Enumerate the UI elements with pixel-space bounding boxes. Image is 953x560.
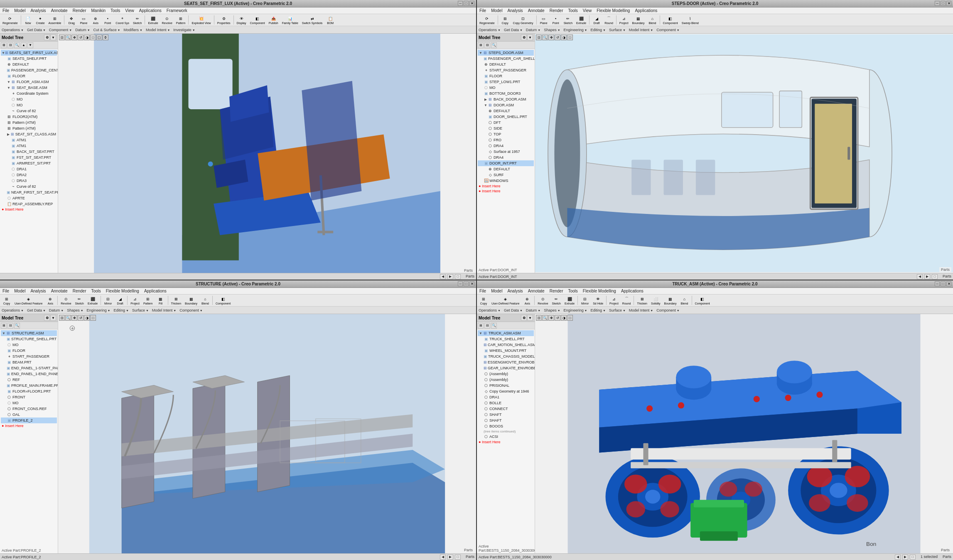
extrude-btn-q1[interactable]: ⬛ Extrude: [146, 15, 160, 25]
insert-here-q3[interactable]: ● Insert Here: [1, 423, 57, 428]
datum-menu-q2[interactable]: Datum: [526, 28, 540, 32]
tree-filter-icon-q1[interactable]: ▼: [50, 34, 56, 40]
tree-item-11-q4[interactable]: ⬡DRA1: [478, 394, 534, 400]
tree-content-q4[interactable]: ▼ ⊞TRUCK_ASM.ASM ▣TRUCK_SHELL.PRT ⊞CAR_M…: [477, 329, 535, 543]
draft-btn-q3[interactable]: ◢ Draft: [114, 295, 126, 306]
close-btn-q4[interactable]: ✕: [946, 281, 951, 286]
shapes-menu-q4[interactable]: Shapes: [544, 308, 560, 312]
menu-render-q1[interactable]: Render: [72, 8, 87, 13]
tree-item-11-q1[interactable]: ⊞FLOOR2(ATM): [1, 114, 57, 120]
model-intent-menu-q1[interactable]: Model Intent: [146, 28, 170, 32]
menu-flexible-q3[interactable]: Flexible Modelling: [105, 289, 140, 293]
menu-analysis-q3[interactable]: Analysis: [29, 289, 47, 293]
menu-applications-q1[interactable]: Applications: [138, 8, 162, 13]
menu-model-q2[interactable]: Model: [490, 8, 503, 13]
thicken-btn-q3[interactable]: ⊠ Thicken: [169, 295, 183, 306]
status-btn1-q1[interactable]: ◀: [440, 274, 446, 279]
round-btn-q4[interactable]: ⌒ Round: [621, 295, 633, 306]
tree-collapse-icon-q1[interactable]: ⊟: [7, 42, 13, 48]
round-btn-q2[interactable]: ⌒ Round: [603, 15, 615, 25]
tree-item-2-q2[interactable]: ⊕DEFAULT: [478, 61, 534, 67]
sketch-btn-q3[interactable]: ✏ Sketch: [74, 295, 86, 306]
revolve-btn-q4[interactable]: ⊙ Revolve: [536, 295, 550, 306]
tree-item-20-q1[interactable]: ⬡DRA1: [1, 166, 57, 172]
tree-item-7-q1[interactable]: ⌖Coordinate System: [1, 91, 57, 96]
sketch-btn-q4[interactable]: ✏ Sketch: [550, 295, 562, 306]
tree-settings-icon-q1[interactable]: ⚙: [44, 34, 50, 40]
tree-item-15-q1[interactable]: ▣ATM1: [1, 137, 57, 143]
tree-item-8-q2[interactable]: ▶ ⊞BACK_DOOR.ASM: [478, 96, 534, 102]
modifiers-menu-q1[interactable]: Modifiers: [124, 28, 142, 32]
blend-btn-q3[interactable]: ⌂ Blend: [199, 295, 211, 306]
display-btn-q1[interactable]: 👁 Display: [235, 15, 248, 25]
axis-btn-q3[interactable]: ⊕ Axis: [44, 295, 56, 306]
tree-item-13-q2[interactable]: ⬡SIDE: [478, 125, 534, 131]
datum-menu-q3[interactable]: Datum: [49, 308, 64, 312]
maximize-btn-q1[interactable]: □: [464, 1, 469, 6]
get-data-menu-q1[interactable]: Get Data: [27, 28, 46, 32]
vp-wireframe-btn-q1[interactable]: □: [90, 34, 96, 40]
tree-item-0-q2[interactable]: ▼ ⊞STEPS_DOOR.ASM: [478, 50, 534, 56]
vp-shading-btn-q1[interactable]: ◑: [84, 34, 90, 40]
fill-btn-q3[interactable]: ▦ Fill: [155, 295, 167, 306]
exploded-view-btn-q1[interactable]: 💥 Exploded View: [190, 15, 212, 25]
editing-menu-q4[interactable]: Editing: [591, 308, 606, 312]
operations-menu-q4[interactable]: Operations: [479, 308, 501, 312]
menu-render-q4[interactable]: Render: [549, 289, 564, 293]
tree-item-3-q2[interactable]: ⌖START_PASSENGER: [478, 67, 534, 73]
menu-framework-q1[interactable]: Framework: [166, 8, 188, 13]
tree-item-17-q2[interactable]: ◇Surface at 1957: [478, 149, 534, 155]
tree-item-14-q2[interactable]: ⬡TOP: [478, 131, 534, 137]
tree-item-19-q1[interactable]: ▣ARMREST_SIT.PRT: [1, 160, 57, 166]
tree-item-3-q1[interactable]: ▣PASSENGER_ZONE_CENTER: [1, 67, 57, 73]
tree-item-10-q3[interactable]: ▣FLOOR=FLOOR1.PRT: [1, 388, 57, 394]
regenerate-btn-q1[interactable]: ⟳ Regenerate: [1, 15, 20, 25]
component-btn-q2[interactable]: ◧ Component: [661, 15, 680, 25]
boundary-btn-q3[interactable]: ▦ Boundary: [183, 295, 199, 306]
tree-item-12-q4[interactable]: ⬡BOLLE: [478, 400, 534, 406]
tree-item-16-q2[interactable]: ⬡DRA4: [478, 143, 534, 149]
component-menu-q4[interactable]: Component: [656, 308, 679, 312]
tree-content-q2[interactable]: ▼ ⊞STEPS_DOOR.ASM ▣PASSENGER_CAR_SHELL.P…: [477, 49, 535, 267]
tree-item-9-q2[interactable]: ▼ ⊞DOOR.ASM: [478, 102, 534, 108]
investigate-menu-q1[interactable]: Investigate: [173, 28, 195, 32]
status-btn1-q3[interactable]: ◀: [440, 555, 446, 560]
thicken-btn-q4[interactable]: ⊠ Thicken: [635, 295, 649, 306]
menu-flexible-q2[interactable]: Flexible Modelling: [596, 8, 631, 13]
tree-item-20-q2[interactable]: ⊕DEFAULT: [478, 166, 534, 172]
menu-tools-q1[interactable]: Tools: [110, 8, 121, 13]
operations-menu-q1[interactable]: Operations: [2, 28, 24, 32]
tree-settings-icon-q4[interactable]: ⚙: [521, 315, 527, 321]
model-intent-menu-q3[interactable]: Model Intent: [152, 308, 176, 312]
tree-item-12-q3[interactable]: ⬡MO: [1, 400, 57, 406]
vp-perspective-btn-q1[interactable]: ⧮: [103, 34, 108, 40]
project-btn-q2[interactable]: ⊿ Project: [618, 15, 630, 25]
tree-item-10-q1[interactable]: ~Curve of 82: [1, 108, 57, 114]
tree-item-9-q1[interactable]: ⬡MO: [1, 102, 57, 108]
tree-item-10-q2[interactable]: ⊕DEFAULT: [478, 108, 534, 114]
bom-btn-q1[interactable]: 📋 BOM: [324, 15, 336, 25]
model-intent-menu-q2[interactable]: Model Intent: [629, 28, 653, 32]
create-btn-q1[interactable]: ✦ Create: [34, 15, 47, 25]
assemble-btn-q1[interactable]: ⊞ Assemble: [47, 15, 63, 25]
viewport-3d-q3[interactable]: ⊡ 🔍 ✥ ↺ ◑ □ ⊕: [58, 314, 476, 553]
tree-item-25-q1[interactable]: ⬡APRTE: [1, 195, 57, 201]
tree-item-7-q3[interactable]: ▣END_PANEL_1-END_PANEL1.PRT: [1, 371, 57, 377]
tree-item-12-q2[interactable]: ⬡DFT: [478, 120, 534, 125]
get-data-menu-q3[interactable]: Get Data: [27, 308, 46, 312]
menu-render-q2[interactable]: Render: [549, 8, 564, 13]
tree-item-5-q2[interactable]: ▣STEP_LOW1.PRT: [478, 79, 534, 85]
tree-item-13-q4[interactable]: ⬡CONNECT: [478, 406, 534, 412]
menu-model-q1[interactable]: Model: [13, 8, 26, 13]
tree-item-18-q4[interactable]: ⬡ACSI: [478, 434, 534, 440]
vp-btn5-q2[interactable]: ◑: [561, 34, 567, 40]
vp-rotate-btn-q1[interactable]: ↺: [78, 34, 84, 40]
tree-item-1-q4[interactable]: ▣TRUCK_SHELL.PRT: [478, 336, 534, 342]
copy-geo-btn-q2[interactable]: ⊡ Copy Geometry: [511, 15, 535, 25]
tree-btn2-q4[interactable]: ⊟: [484, 323, 490, 329]
status-btn1-q2[interactable]: ◀: [917, 274, 923, 279]
tree-item-14-q3[interactable]: ⬡OAL: [1, 412, 57, 418]
extrude-btn-q3[interactable]: ⬛ Extrude: [86, 295, 99, 306]
vp-btn2-q2[interactable]: 🔍: [542, 34, 548, 40]
vp-refit-btn-q1[interactable]: ⊡: [59, 34, 65, 40]
